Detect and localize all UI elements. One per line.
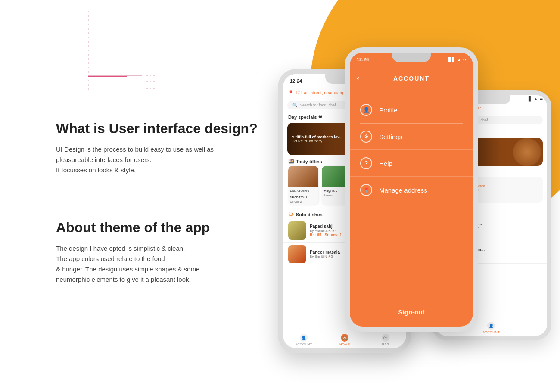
front-food-name-1: Suchitra.H — [288, 194, 318, 200]
front-nav-home[interactable]: 🏠 HOME — [324, 334, 365, 346]
address-icon: 📍 — [360, 184, 372, 196]
front-food-sub-1: Serves 2 — [288, 200, 318, 205]
account-menu-settings[interactable]: ⚙ Settings — [350, 124, 473, 150]
front-food-label-1: Last ordered — [288, 187, 318, 194]
ui-design-paragraph: UI Design is the process to build easy t… — [56, 144, 258, 175]
account-menu-help[interactable]: ? Help — [350, 150, 473, 177]
account-title: ACCOUNT — [393, 75, 429, 82]
phone-account: 12:26 ▋▋ ▲ ▪▪ ‹ ACCOUNT 👤 Profile — [345, 47, 478, 332]
account-back-button[interactable]: ‹ — [357, 74, 359, 83]
settings-label: Settings — [379, 133, 402, 140]
front-food-img-1 — [288, 166, 318, 187]
profile-label: Profile — [379, 106, 398, 114]
back-status-icons: ▋ ▲ ▪▪ — [529, 96, 543, 101]
help-label: Help — [379, 160, 392, 167]
front-location-text: 12 East street, near camp... — [295, 90, 348, 95]
phones-area: 12:30 ▋ ▲ ▪▪ 📍 42 East street, near... 🔍… — [258, 0, 560, 392]
profile-icon: 👤 — [360, 104, 372, 116]
front-bottom-nav: 👤 ACCOUNT 🏠 HOME 🛍 BAG — [283, 331, 406, 348]
front-home-icon: 🏠 — [341, 334, 348, 342]
ui-design-heading: What is User interface design? — [56, 121, 258, 137]
theme-paragraph: The design I have opted is simplistic & … — [56, 243, 210, 285]
left-content-area: What is User interface design? UI Design… — [28, 0, 265, 392]
front-banner-title: A tiffin-full of mother's lov... — [292, 135, 342, 139]
account-menu-profile[interactable]: 👤 Profile — [350, 97, 473, 123]
front-nav-bag[interactable]: 🛍 BAG — [365, 334, 406, 346]
front-papad-img — [288, 221, 306, 240]
settings-icon: ⚙ — [360, 131, 372, 143]
front-paneer-img — [288, 245, 306, 263]
front-food-card-1[interactable]: Last ordered Suchitra.H Serves 2 — [288, 166, 318, 205]
account-header: ‹ ACCOUNT — [350, 66, 473, 90]
phone-account-notch — [392, 53, 431, 62]
section-ui-design: What is User interface design? UI Design… — [56, 121, 258, 175]
account-screen: 12:26 ▋▋ ▲ ▪▪ ‹ ACCOUNT 👤 Profile — [350, 53, 473, 327]
front-bag-icon: 🛍 — [382, 334, 389, 342]
back-account-icon: 👤 — [487, 322, 495, 330]
help-icon: ? — [360, 157, 372, 169]
sign-out-button[interactable]: Sign-out — [398, 308, 425, 316]
address-label: Manage address — [379, 187, 427, 194]
back-banner-img — [513, 138, 541, 166]
front-nav-account[interactable]: 👤 ACCOUNT — [283, 334, 324, 346]
sign-out-area: Sign-out — [350, 298, 473, 327]
account-menu-address[interactable]: 📍 Manage address — [350, 177, 473, 203]
front-time: 12:24 — [290, 78, 302, 84]
account-time: 12:26 — [357, 57, 369, 62]
front-account-icon: 👤 — [300, 334, 308, 342]
account-menu: 👤 Profile ⚙ Settings ? Help — [350, 90, 473, 298]
section-theme: About theme of the app The design I have… — [56, 220, 210, 285]
theme-heading: About theme of the app — [56, 220, 210, 236]
account-status-icons: ▋▋ ▲ ▪▪ — [448, 57, 466, 62]
front-banner-sub: Get Rs: 20 off today — [292, 139, 342, 143]
